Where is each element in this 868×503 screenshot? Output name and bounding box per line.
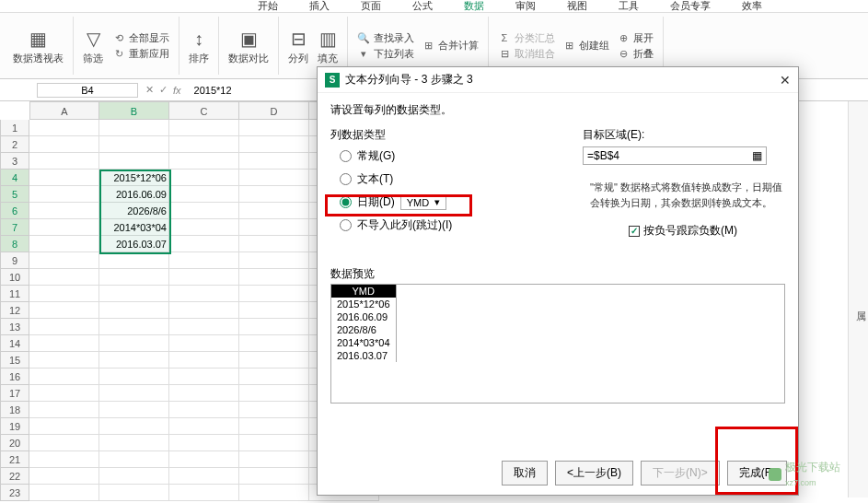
negative-checkbox[interactable]: ✓ 按负号跟踪负数(M) <box>583 223 785 239</box>
cell[interactable] <box>169 269 239 286</box>
cell[interactable] <box>29 170 99 186</box>
row-header[interactable]: 6 <box>0 203 29 219</box>
cell[interactable] <box>169 302 239 319</box>
menu-member[interactable]: 会员专享 <box>670 0 711 13</box>
cell[interactable] <box>99 136 169 153</box>
col-header-c[interactable]: C <box>169 101 239 120</box>
ribbon-pivot[interactable]: ▦ 数据透视表 <box>4 17 74 75</box>
cell[interactable] <box>29 468 99 485</box>
row-header[interactable]: 12 <box>0 302 29 319</box>
cell[interactable] <box>239 236 309 252</box>
cell[interactable] <box>169 203 239 219</box>
cell[interactable] <box>99 269 169 286</box>
cell[interactable] <box>239 302 309 319</box>
cell[interactable] <box>29 319 99 335</box>
cell[interactable] <box>169 170 239 186</box>
cell[interactable] <box>169 319 239 335</box>
cell[interactable] <box>239 170 309 186</box>
row-header[interactable]: 22 <box>0 468 29 485</box>
menu-view[interactable]: 视图 <box>567 0 587 13</box>
cell[interactable] <box>239 468 309 485</box>
row-header[interactable]: 20 <box>0 435 29 451</box>
cell[interactable] <box>239 402 309 418</box>
cell[interactable] <box>99 451 169 468</box>
cell[interactable] <box>99 252 169 269</box>
target-input[interactable]: =$B$4 ▦ <box>583 146 767 165</box>
cell[interactable] <box>169 418 239 435</box>
cell[interactable] <box>239 319 309 335</box>
cell[interactable] <box>29 402 99 418</box>
menu-insert[interactable]: 插入 <box>309 0 330 13</box>
cell[interactable] <box>29 451 99 468</box>
ribbon-reapply[interactable]: ↻重新应用 <box>112 47 169 61</box>
dialog-close-button[interactable]: ✕ <box>780 73 791 88</box>
cell[interactable] <box>99 435 169 451</box>
cell[interactable] <box>169 335 239 352</box>
row-header[interactable]: 21 <box>0 451 29 468</box>
cell[interactable] <box>99 286 169 302</box>
cell[interactable] <box>239 120 309 136</box>
cell[interactable] <box>169 485 239 501</box>
ribbon-split[interactable]: ⊟ 分列 <box>288 26 308 65</box>
cell[interactable] <box>239 219 309 236</box>
cell[interactable] <box>29 219 99 236</box>
cell[interactable] <box>99 485 169 501</box>
row-header[interactable]: 4 <box>0 170 29 186</box>
ribbon-filter[interactable]: ▽ 筛选 <box>83 26 103 65</box>
cell[interactable] <box>239 335 309 352</box>
ribbon-ungroup[interactable]: ⊟取消组合 <box>498 47 555 61</box>
row-header[interactable]: 16 <box>0 368 29 385</box>
fx-cancel-icon[interactable]: ✕ <box>145 84 154 96</box>
cell[interactable] <box>29 302 99 319</box>
cancel-button[interactable]: 取消 <box>502 461 548 485</box>
cell[interactable] <box>239 186 309 203</box>
cell[interactable] <box>29 120 99 136</box>
cell[interactable] <box>29 269 99 286</box>
menu-tools[interactable]: 工具 <box>619 0 639 13</box>
row-header[interactable]: 18 <box>0 402 29 418</box>
cell[interactable] <box>239 153 309 170</box>
cell[interactable] <box>239 385 309 402</box>
row-header[interactable]: 3 <box>0 153 29 170</box>
row-header[interactable]: 10 <box>0 269 29 286</box>
cell[interactable] <box>239 203 309 219</box>
row-header[interactable]: 13 <box>0 319 29 335</box>
menu-data[interactable]: 数据 <box>464 0 484 13</box>
cell[interactable] <box>169 435 239 451</box>
ribbon-group[interactable]: ⊞创建组 <box>562 39 609 53</box>
ribbon-showall[interactable]: ⟲全部显示 <box>112 31 169 45</box>
cell[interactable] <box>99 335 169 352</box>
cell[interactable] <box>29 368 99 385</box>
row-header[interactable]: 23 <box>0 485 29 501</box>
ribbon-fill[interactable]: ▥ 填充 <box>318 26 338 65</box>
row-header[interactable]: 17 <box>0 385 29 402</box>
row-header[interactable]: 9 <box>0 252 29 269</box>
ribbon-lookup[interactable]: 🔍查找录入 <box>357 31 414 45</box>
cell[interactable] <box>29 186 99 203</box>
cell[interactable] <box>239 418 309 435</box>
cell[interactable] <box>239 435 309 451</box>
cell[interactable] <box>99 418 169 435</box>
row-header[interactable]: 19 <box>0 418 29 435</box>
cell[interactable] <box>29 418 99 435</box>
cell[interactable] <box>99 153 169 170</box>
ribbon-compare[interactable]: ▣ 数据对比 <box>219 17 279 75</box>
cell[interactable] <box>169 186 239 203</box>
radio-date[interactable]: 日期(D) YMD▾ <box>340 194 564 210</box>
row-header[interactable]: 1 <box>0 120 29 136</box>
cell[interactable] <box>29 286 99 302</box>
col-header-d[interactable]: D <box>239 101 309 120</box>
cell[interactable]: 2014*03*04 <box>99 219 169 236</box>
cell[interactable] <box>29 136 99 153</box>
name-box[interactable]: B4 <box>37 83 138 98</box>
cell[interactable] <box>169 120 239 136</box>
row-header[interactable]: 5 <box>0 186 29 203</box>
cell[interactable]: 2016.06.09 <box>99 186 169 203</box>
row-header[interactable]: 7 <box>0 219 29 236</box>
range-picker-icon[interactable]: ▦ <box>752 149 762 162</box>
col-header-a[interactable]: A <box>29 101 99 120</box>
cell[interactable] <box>169 385 239 402</box>
ribbon-subtotal[interactable]: Σ分类汇总 <box>498 31 555 45</box>
cell[interactable] <box>169 252 239 269</box>
cell[interactable] <box>239 136 309 153</box>
